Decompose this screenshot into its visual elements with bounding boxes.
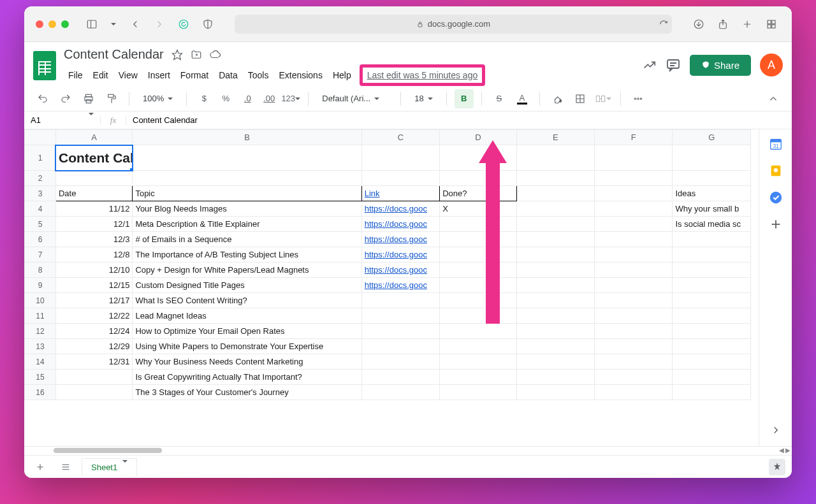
- row-header[interactable]: 14: [25, 354, 56, 370]
- cell[interactable]: https://docs.gooc: [361, 217, 439, 232]
- cell[interactable]: [516, 145, 594, 171]
- table-row[interactable]: 16The 3 Stages of Your Customer's Journe…: [25, 385, 751, 400]
- cell[interactable]: [361, 385, 439, 400]
- col-C[interactable]: C: [361, 130, 439, 145]
- tasks-addon-icon[interactable]: [769, 191, 783, 205]
- table-row[interactable]: 1212/24How to Optimize Your Email Open R…: [25, 324, 751, 339]
- cell[interactable]: 12/17: [55, 293, 132, 308]
- more-formats-button[interactable]: 123: [281, 89, 300, 108]
- cell[interactable]: [440, 339, 516, 354]
- sheets-logo-icon[interactable]: [33, 51, 56, 80]
- cell[interactable]: [440, 308, 516, 324]
- table-row[interactable]: 712/8The Importance of A/B Testing Subje…: [25, 247, 751, 263]
- cell[interactable]: [673, 324, 751, 339]
- cell[interactable]: [516, 247, 594, 263]
- cell[interactable]: [516, 308, 594, 324]
- row-header[interactable]: 1: [25, 145, 56, 171]
- cell[interactable]: [361, 293, 439, 308]
- star-icon[interactable]: [171, 49, 183, 61]
- cell[interactable]: [595, 201, 673, 217]
- collapse-toolbar-button[interactable]: [764, 89, 783, 108]
- row-header[interactable]: 12: [25, 324, 56, 339]
- cell[interactable]: [595, 293, 673, 308]
- table-row[interactable]: 2: [25, 171, 751, 186]
- cell[interactable]: [673, 385, 751, 400]
- cell[interactable]: Link: [361, 186, 439, 201]
- cell[interactable]: Is social media sc: [673, 217, 751, 232]
- table-row[interactable]: 15Is Great Copywriting Actually That Imp…: [25, 370, 751, 385]
- downloads-button[interactable]: [690, 15, 708, 33]
- row-header[interactable]: 3: [25, 186, 56, 201]
- cell[interactable]: 12/31: [55, 354, 132, 370]
- cell[interactable]: [673, 339, 751, 354]
- cell[interactable]: Done?: [440, 186, 516, 201]
- cell[interactable]: [595, 263, 673, 278]
- horizontal-scrollbar[interactable]: ◀▶: [24, 446, 792, 455]
- privacy-shield-icon[interactable]: [199, 15, 217, 33]
- cell[interactable]: [673, 293, 751, 308]
- row-header[interactable]: 8: [25, 263, 56, 278]
- cell[interactable]: [673, 263, 751, 278]
- nav-back-button[interactable]: [126, 15, 144, 33]
- undo-button[interactable]: [33, 89, 52, 108]
- table-row[interactable]: 3DateTopicLinkDone?Ideas: [25, 186, 751, 201]
- bold-button[interactable]: B: [455, 89, 474, 108]
- cell[interactable]: 12/29: [55, 339, 132, 354]
- cell[interactable]: [516, 232, 594, 247]
- cell[interactable]: [440, 247, 516, 263]
- row-header[interactable]: 2: [25, 171, 56, 186]
- col-F[interactable]: F: [595, 130, 673, 145]
- cell[interactable]: [516, 171, 594, 186]
- cell[interactable]: [440, 217, 516, 232]
- paint-format-button[interactable]: [102, 89, 121, 108]
- move-folder-icon[interactable]: [191, 49, 202, 61]
- cell[interactable]: Date: [55, 186, 132, 201]
- cell[interactable]: [361, 354, 439, 370]
- formula-input[interactable]: Content Calendar: [126, 115, 204, 125]
- cell[interactable]: [673, 370, 751, 385]
- menu-file[interactable]: File: [64, 68, 87, 83]
- col-D[interactable]: D: [440, 130, 516, 145]
- cell[interactable]: [361, 145, 439, 171]
- share-button[interactable]: [714, 15, 732, 33]
- cell[interactable]: 12/24: [55, 324, 132, 339]
- cell[interactable]: [516, 186, 594, 201]
- col-B[interactable]: B: [133, 130, 361, 145]
- cell[interactable]: [440, 263, 516, 278]
- cell[interactable]: [440, 278, 516, 293]
- print-button[interactable]: [79, 89, 98, 108]
- refresh-icon[interactable]: [659, 20, 668, 29]
- cell[interactable]: [595, 217, 673, 232]
- cell[interactable]: [595, 171, 673, 186]
- cell[interactable]: [516, 293, 594, 308]
- cell[interactable]: [440, 171, 516, 186]
- activity-icon[interactable]: [643, 58, 657, 72]
- percent-button[interactable]: %: [216, 89, 235, 108]
- menu-extensions[interactable]: Extensions: [274, 68, 326, 83]
- cell[interactable]: [595, 324, 673, 339]
- keep-addon-icon[interactable]: [769, 164, 783, 178]
- hide-side-panel-button[interactable]: [770, 424, 782, 436]
- document-title[interactable]: Content Calendar: [64, 47, 164, 62]
- table-row[interactable]: 1112/22Lead Magnet Ideas: [25, 308, 751, 324]
- cell[interactable]: [440, 145, 516, 171]
- cell[interactable]: Custom Designed Title Pages: [133, 278, 361, 293]
- cell[interactable]: [55, 171, 132, 186]
- currency-button[interactable]: $: [194, 89, 214, 108]
- cell[interactable]: The 3 Stages of Your Customer's Journey: [133, 385, 361, 400]
- nav-forward-button[interactable]: [150, 15, 168, 33]
- cell[interactable]: [133, 145, 361, 171]
- cell[interactable]: Using White Papers to Demonstrate Your E…: [133, 339, 361, 354]
- cell[interactable]: [595, 339, 673, 354]
- cell[interactable]: Meta Description & Title Explainer: [133, 217, 361, 232]
- close-window-button[interactable]: [36, 20, 43, 28]
- column-header-row[interactable]: A B C D E F G: [25, 130, 751, 145]
- cell[interactable]: Why your small b: [673, 201, 751, 217]
- cell[interactable]: Copy + Design for White Papers/Lead Magn…: [133, 263, 361, 278]
- menu-view[interactable]: View: [114, 68, 142, 83]
- cell[interactable]: Ideas: [673, 186, 751, 201]
- cell[interactable]: [516, 217, 594, 232]
- row-header[interactable]: 11: [25, 308, 56, 324]
- cell[interactable]: [440, 293, 516, 308]
- cell[interactable]: [516, 339, 594, 354]
